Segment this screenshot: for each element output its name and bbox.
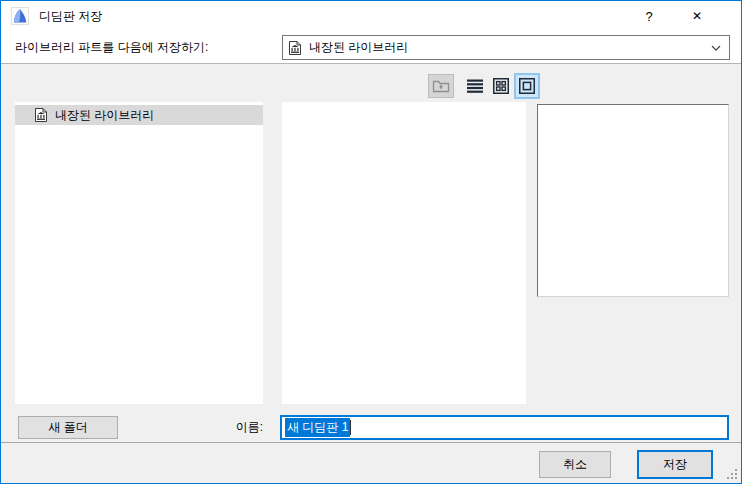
name-input[interactable]: 새 디딤판 1 xyxy=(280,415,729,440)
archicad-logo-icon xyxy=(11,7,29,25)
tree-item-embedded-library[interactable]: 내장된 라이브러리 xyxy=(15,105,263,125)
large-icon-view-icon[interactable] xyxy=(514,73,540,99)
save-tread-dialog: 디딤판 저장 ? ✕ 라이브러리 파트를 다음에 저장하기: 내장된 라이브러리 xyxy=(0,0,742,484)
folder-tree-panel: 내장된 라이브러리 xyxy=(15,102,263,404)
chevron-down-icon xyxy=(710,42,722,54)
tree-item-label: 내장된 라이브러리 xyxy=(55,107,154,124)
save-location-combobox[interactable]: 내장된 라이브러리 xyxy=(282,35,730,60)
small-icons-view-icon[interactable] xyxy=(489,74,513,98)
list-view-icon[interactable] xyxy=(463,74,487,98)
library-part-icon xyxy=(287,40,303,56)
dialog-title: 디딤판 저장 xyxy=(39,1,102,31)
new-folder-button[interactable]: 새 폴더 xyxy=(18,416,118,439)
name-input-selected-text: 새 디딤판 1 xyxy=(285,418,350,437)
text-caret xyxy=(350,420,351,435)
help-icon[interactable]: ? xyxy=(628,1,670,31)
save-to-label: 라이브러리 파트를 다음에 저장하기: xyxy=(15,35,208,60)
save-button[interactable]: 저장 xyxy=(637,450,713,479)
combobox-selected-option: 내장된 라이브러리 xyxy=(309,39,408,56)
cancel-button[interactable]: 취소 xyxy=(539,451,611,478)
title-bar[interactable]: 디딤판 저장 ? ✕ xyxy=(1,1,741,31)
file-list-panel[interactable] xyxy=(282,102,526,404)
footer-separator xyxy=(1,442,741,443)
library-part-icon xyxy=(33,107,49,123)
dialog-header: 디딤판 저장 ? ✕ 라이브러리 파트를 다음에 저장하기: 내장된 라이브러리 xyxy=(1,1,741,64)
close-icon[interactable]: ✕ xyxy=(676,1,718,31)
preview-panel xyxy=(537,104,729,297)
name-label: 이름: xyxy=(181,416,263,439)
folder-up-icon[interactable] xyxy=(428,74,454,98)
resize-grip[interactable] xyxy=(727,469,738,480)
